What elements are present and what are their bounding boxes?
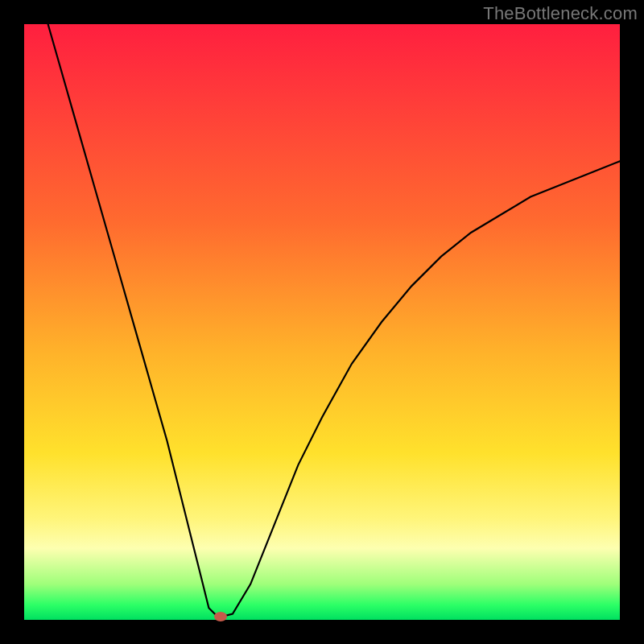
optimal-point-marker	[214, 612, 227, 621]
bottleneck-curve-path	[48, 24, 620, 617]
chart-stage: TheBottleneck.com	[0, 0, 644, 644]
plot-area	[24, 24, 620, 620]
watermark-text: TheBottleneck.com	[483, 3, 638, 24]
curve-svg	[24, 24, 620, 620]
